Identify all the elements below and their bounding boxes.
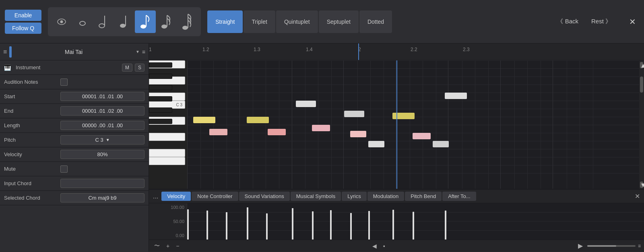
straight-btn[interactable]: Straight	[207, 10, 243, 33]
velocity-hline-1	[187, 221, 644, 221]
audition-notes-checkbox[interactable]	[60, 78, 68, 86]
play-button[interactable]: ▶	[576, 241, 585, 250]
enable-button[interactable]: Enable	[5, 10, 41, 21]
piano-key-black-0[interactable]	[149, 62, 172, 68]
piano-key-white-12[interactable]	[149, 157, 185, 165]
close-tab-btn[interactable]: ✕	[632, 192, 642, 200]
piano-key-black-3[interactable]	[149, 96, 172, 101]
eye-icon-btn[interactable]	[51, 10, 72, 33]
velocity-bar-4[interactable]	[266, 213, 268, 240]
end-value[interactable]: 00001 .01 .02 .00	[60, 106, 144, 116]
velocity-bar-5[interactable]	[292, 208, 293, 240]
velocity-bar-11[interactable]	[413, 212, 414, 240]
close-button[interactable]: ✕	[626, 15, 639, 28]
more-tabs-btn[interactable]: ...	[151, 193, 161, 200]
scroll-down-arrow[interactable]: ▼	[640, 182, 643, 188]
sixteenth-note-btn[interactable]	[156, 10, 177, 33]
piano-note-4[interactable]	[296, 101, 316, 107]
velocity-labels: 100.00 50.00 0.00	[149, 203, 187, 240]
pitch-dropdown[interactable]: C 3 ▼	[60, 135, 144, 145]
thirtysecond-note-btn[interactable]	[177, 10, 198, 33]
length-value[interactable]: 00000 .00 .01 .00	[60, 121, 144, 130]
velocity-bar-12[interactable]	[445, 211, 446, 240]
piano-note-7[interactable]	[350, 131, 366, 137]
velocity-max-label: 100.00	[151, 205, 184, 210]
piano-note-8[interactable]	[368, 141, 384, 147]
velocity-bar-1[interactable]	[206, 211, 208, 240]
septuplet-btn[interactable]: Septuplet	[319, 10, 359, 33]
grid-subbeat-2-3	[331, 60, 332, 189]
quintuplet-btn[interactable]: Quintuplet	[276, 10, 318, 33]
eighth-note-btn[interactable]	[135, 10, 156, 33]
piano-key-black-4[interactable]	[149, 107, 172, 113]
transport-slider[interactable]	[587, 245, 636, 247]
piano-key-black-2[interactable]	[149, 85, 172, 90]
back-button[interactable]: 《 Back	[552, 15, 583, 28]
piano-key-white-9[interactable]	[149, 133, 185, 141]
quarter-note-btn[interactable]	[114, 10, 135, 33]
piano-key-black-5[interactable]	[149, 119, 172, 124]
velocity-bar-10[interactable]	[392, 210, 394, 240]
grid-subbeat-5-1	[462, 60, 462, 189]
piano-key-white-11[interactable]	[149, 149, 185, 157]
velocity-bar-3[interactable]	[247, 207, 248, 240]
velocity-bar-8[interactable]	[350, 213, 352, 240]
velocity-bar-2[interactable]	[226, 212, 227, 240]
piano-note-3[interactable]	[268, 129, 286, 135]
piano-note-2[interactable]	[209, 129, 227, 135]
hamburger-icon[interactable]: ≡	[3, 48, 7, 56]
piano-note-9[interactable]	[392, 113, 415, 119]
track-color-bar	[9, 46, 12, 58]
scrollbar-thumb[interactable]	[640, 76, 643, 93]
piano-note-12[interactable]	[445, 93, 467, 99]
tab-lyrics[interactable]: Lyrics	[342, 192, 366, 201]
grid-line-v-beat-5	[448, 60, 448, 189]
half-note-btn[interactable]	[93, 10, 114, 33]
piano-note-0[interactable]	[193, 117, 215, 123]
vertical-scrollbar[interactable]: ▲ ▼	[639, 60, 644, 189]
grid-subbeat-7-3	[593, 60, 593, 189]
mute-checkbox[interactable]	[60, 165, 68, 173]
dotted-btn[interactable]: Dotted	[359, 10, 392, 33]
tab-note-controller[interactable]: Note Controller	[192, 192, 238, 201]
piano-note-6[interactable]	[344, 111, 364, 117]
length-label: Length	[4, 122, 60, 128]
solo-button[interactable]: S	[135, 64, 144, 72]
piano-key-black-1[interactable]	[149, 74, 172, 79]
piano-note-10[interactable]	[413, 133, 431, 139]
whole-note-btn[interactable]	[72, 10, 93, 33]
piano-note-11[interactable]	[433, 141, 449, 147]
plus-btn[interactable]: +	[164, 242, 171, 250]
tab-sound-variations[interactable]: Sound Variations	[239, 192, 290, 201]
tab-pitch-bend[interactable]: Pitch Bend	[405, 192, 442, 201]
square-btn[interactable]: ▪	[381, 242, 387, 250]
timeline-marker-6: 2.3	[463, 47, 470, 52]
rest-button[interactable]: Rest 》	[586, 15, 616, 28]
velocity-bar-6[interactable]	[312, 211, 314, 240]
velocity-grid[interactable]	[187, 203, 644, 240]
piano-note-5[interactable]	[312, 125, 330, 131]
velocity-value[interactable]: 80%	[60, 150, 144, 159]
input-chord-field[interactable]	[60, 179, 144, 188]
track-dropdown-arrow[interactable]: ▼	[136, 50, 140, 54]
velocity-bar-9[interactable]	[368, 211, 370, 240]
mute-button[interactable]: M	[122, 64, 132, 72]
list-icon[interactable]: ≡	[142, 49, 145, 55]
tab-modulation[interactable]: Modulation	[367, 192, 405, 201]
piano-note-1[interactable]	[247, 117, 269, 123]
wave-btn[interactable]: 〜	[152, 242, 162, 250]
velocity-bar-0[interactable]	[187, 209, 189, 240]
follow-q-button[interactable]: Follow Q	[5, 23, 41, 34]
piano-content: C 3	[149, 60, 639, 189]
arrow-left-btn[interactable]: ◀	[370, 242, 379, 250]
start-value[interactable]: 00001 .01 .01 .00	[60, 92, 144, 101]
scroll-up-arrow[interactable]: ▲	[640, 62, 643, 68]
tab-velocity[interactable]: Velocity	[161, 192, 191, 201]
note-grid[interactable]	[187, 60, 639, 189]
minus-btn[interactable]: −	[174, 242, 181, 250]
grid-line-h-8	[187, 125, 639, 125]
tab-musical-symbols[interactable]: Musical Symbols	[291, 192, 341, 201]
triplet-btn[interactable]: Triplet	[244, 10, 275, 33]
tab-after-touch[interactable]: After To...	[442, 192, 476, 201]
velocity-bar-7[interactable]	[330, 210, 332, 240]
